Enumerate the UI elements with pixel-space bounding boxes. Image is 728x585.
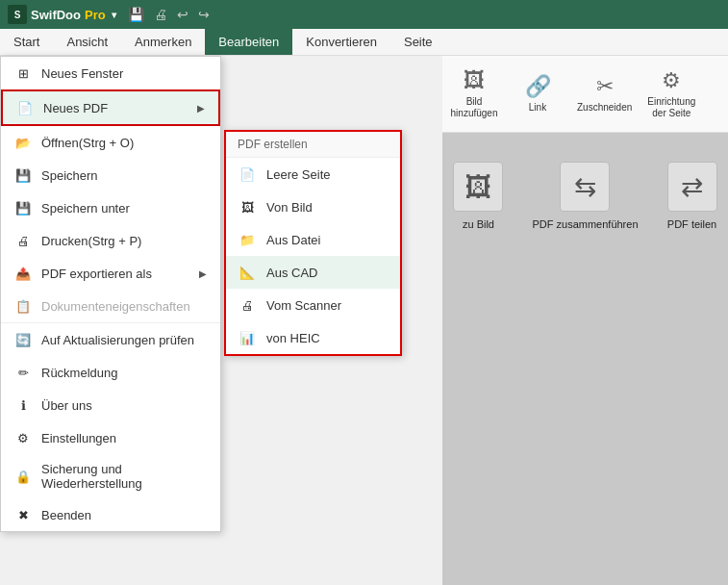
link-label: Link [529,102,546,114]
menu-beenden[interactable]: ✖ Beenden [1,498,220,531]
menu-aktualisierung[interactable]: 🔄 Auf Aktualisierungen prüfen [1,322,220,356]
ribbon-link[interactable]: 🔗 Link [514,74,562,114]
ueber-label: Über uns [41,398,92,413]
rueckmeldung-label: Rückmeldung [41,366,118,380]
teilen-label: PDF teilen [667,217,716,231]
von-bild-label: Von Bild [266,200,313,215]
neues-pdf-icon: 📄 [16,99,34,116]
menu-sicherung[interactable]: 🔒 Sicherung und Wiederherstellung [1,454,220,498]
von-heic-label: von HEIC [266,331,320,345]
logo-icon: S [8,5,27,24]
menu-oeffnen[interactable]: 📂 Öffnen(Strg + O) [1,126,220,159]
menu-speichern-unter[interactable]: 💾 Speichern unter [1,191,220,224]
dropdown-menu: ⊞ Neues Fenster 📄 Neues PDF ▶ PDF erstel… [0,56,221,532]
menu-rueckmeldung[interactable]: ✏ Rückmeldung [1,356,220,389]
speichern-unter-label: Speichern unter [41,201,130,216]
drucken-icon: 🖨 [14,232,32,249]
von-heic-icon: 📊 [238,328,257,347]
zusammenfuehren-button[interactable]: ⇆ PDF zusammenführen [532,162,638,231]
brand-dropdown-arrow[interactable]: ▾ [112,10,116,20]
aktualisierung-icon: 🔄 [14,331,32,348]
menu-drucken[interactable]: 🖨 Drucken(Strg + P) [1,224,220,257]
content-area: 🖼 zu Bild ⇆ PDF zusammenführen ⇄ PDF tei… [442,133,728,585]
aus-cad-icon: 📐 [238,263,257,282]
menu-seite[interactable]: Seite [390,29,446,55]
brand-pro: Pro [85,8,106,22]
menu-anmerken[interactable]: Anmerken [121,29,205,55]
title-bar-controls: 💾 🖨 ↩ ↪ [128,7,210,22]
ribbon-einrichtung[interactable]: ⚙ Einrichtungder Seite [647,68,695,119]
zuschneiden-icon: ✂ [596,74,614,99]
menu-bearbeiten[interactable]: Bearbeiten [205,29,292,55]
einrichtung-icon: ⚙ [662,68,681,93]
speichern-icon: 💾 [14,166,32,184]
leere-seite-icon: 📄 [238,165,257,184]
menu-bar: Start Ansicht Anmerken Bearbeiten Konver… [0,29,728,56]
brand-name: SwifDoo [31,8,81,22]
doke-icon: 📋 [14,297,32,315]
title-bar: S SwifDooPro ▾ 💾 🖨 ↩ ↪ [0,0,728,29]
submenu-neues-pdf: PDF erstellen 📄 Leere Seite 🖼 Von Bild 📁… [224,130,402,356]
menu-einstellungen[interactable]: ⚙ Einstellungen [1,421,220,454]
submenu-aus-datei[interactable]: 📁 Aus Datei [226,223,400,256]
leere-seite-label: Leere Seite [266,167,331,182]
undo-icon[interactable]: ↩ [177,7,188,22]
pdf-exportieren-label: PDF exportieren als [41,267,152,281]
beenden-icon: ✖ [14,506,32,523]
einstellungen-label: Einstellungen [41,431,116,445]
zu-bild-button[interactable]: 🖼 zu Bild [453,162,503,231]
menu-konvertieren[interactable]: Konvertieren [292,29,390,55]
zuschneiden-label: Zuschneiden [577,102,632,114]
speichern-label: Speichern [41,168,98,183]
redo-icon[interactable]: ↪ [198,7,210,22]
sicherung-icon: 🔒 [14,468,32,485]
aus-datei-icon: 📁 [238,230,257,249]
neues-pdf-arrow: ▶ [197,103,205,114]
rueckmeldung-icon: ✏ [14,364,32,381]
app-logo[interactable]: S SwifDooPro ▾ [8,5,116,24]
speichern-unter-icon: 💾 [14,199,32,216]
menu-speichern[interactable]: 💾 Speichern [1,159,220,191]
aus-cad-label: Aus CAD [266,266,317,280]
submenu-aus-cad[interactable]: 📐 Aus CAD [226,256,400,289]
bild-icon: 🖼 [464,68,485,93]
submenu-header: PDF erstellen [226,132,400,158]
neues-fenster-label: Neues Fenster [41,66,123,81]
submenu-vom-scanner[interactable]: 🖨 Vom Scanner [226,289,400,321]
oeffnen-label: Öffnen(Strg + O) [41,136,134,150]
pdf-exportieren-icon: 📤 [14,265,32,282]
teilen-icon: ⇄ [667,162,717,212]
ribbon-zuschneiden[interactable]: ✂ Zuschneiden [577,74,632,114]
submenu-von-heic[interactable]: 📊 von HEIC [226,321,400,354]
menu-ansicht[interactable]: Ansicht [53,29,121,55]
aus-datei-label: Aus Datei [266,233,320,247]
einrichtung-label: Einrichtungder Seite [647,96,695,119]
beenden-label: Beenden [41,508,91,522]
teilen-button[interactable]: ⇄ PDF teilen [667,162,717,231]
menu-neues-pdf[interactable]: 📄 Neues PDF ▶ PDF erstellen 📄 Leere Seit… [1,89,220,126]
save-icon[interactable]: 💾 [128,7,144,22]
link-icon: 🔗 [525,74,551,99]
submenu-leere-seite[interactable]: 📄 Leere Seite [226,158,400,191]
sicherung-label: Sicherung und Wiederherstellung [41,462,207,491]
von-bild-icon: 🖼 [238,197,257,216]
aktualisierung-label: Auf Aktualisierungen prüfen [41,333,194,347]
ribbon-bild[interactable]: 🖼 Bildhinzufügen [450,68,498,119]
menu-neues-fenster[interactable]: ⊞ Neues Fenster [1,57,220,89]
menu-dokumenteigenschaften: 📋 Dokumenteneigenschaften [1,290,220,322]
menu-pdf-exportieren[interactable]: 📤 PDF exportieren als ▶ [1,257,220,290]
menu-ueber-uns[interactable]: ℹ Über uns [1,389,220,421]
oeffnen-icon: 📂 [14,134,32,151]
bild-label: Bildhinzufügen [451,96,498,119]
ribbon: 🖼 Bildhinzufügen 🔗 Link ✂ Zuschneiden ⚙ … [442,56,728,133]
print-icon[interactable]: 🖨 [154,7,167,22]
menu-start[interactable]: Start [0,29,53,55]
vom-scanner-icon: 🖨 [238,295,257,315]
vom-scanner-label: Vom Scanner [266,298,341,313]
neues-fenster-icon: ⊞ [14,64,32,82]
submenu-von-bild[interactable]: 🖼 Von Bild [226,191,400,223]
pdf-action-buttons: 🖼 zu Bild ⇆ PDF zusammenführen ⇄ PDF tei… [453,162,716,231]
zu-bild-label: zu Bild [463,217,494,231]
zusammenfuehren-label: PDF zusammenführen [532,217,638,231]
ueber-icon: ℹ [14,396,32,414]
